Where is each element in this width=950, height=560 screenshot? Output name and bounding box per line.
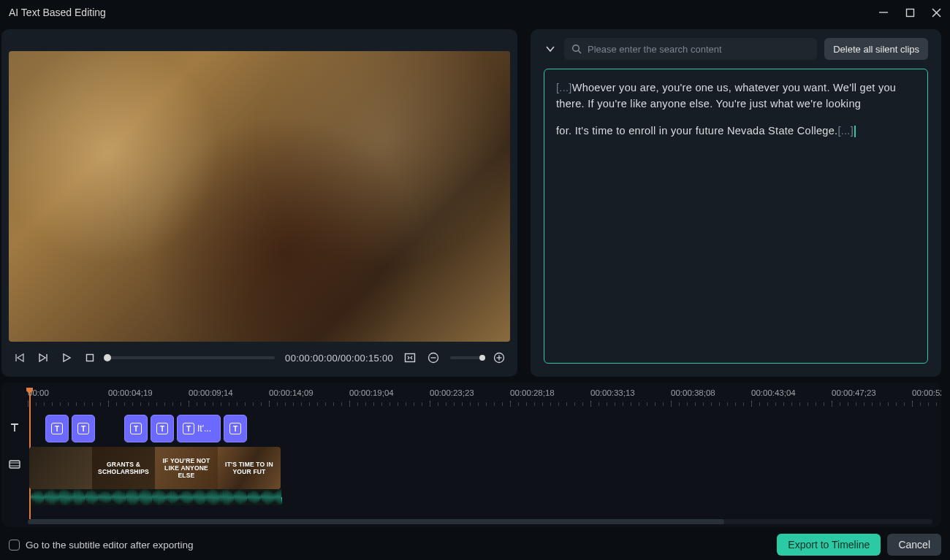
- minimize-button[interactable]: [878, 7, 889, 18]
- next-frame-button[interactable]: [37, 351, 50, 364]
- timeline-ruler[interactable]: 00:0000:00:04;1900:00:09;1400:00:14;0900…: [28, 388, 941, 412]
- transcript-text[interactable]: for. It's time to enroll in your future …: [556, 125, 837, 137]
- svg-rect-9: [87, 355, 94, 361]
- text-clip-icon: T: [130, 423, 142, 434]
- text-cursor: [854, 126, 856, 137]
- svg-marker-8: [64, 354, 70, 361]
- ruler-tick: 00:00:33;13: [590, 388, 635, 397]
- svg-point-16: [573, 45, 580, 52]
- text-clip-icon: T: [51, 423, 63, 434]
- svg-marker-6: [39, 354, 45, 361]
- audio-waveform[interactable]: [31, 489, 282, 505]
- checkbox-label: Go to the subtitle editor after exportin…: [26, 540, 194, 551]
- player-controls: 00:00:00:00/00:00:15:00: [1, 342, 517, 374]
- ruler-tick: 00:00:19;04: [349, 388, 394, 397]
- text-clip[interactable]: TIt'...: [177, 415, 221, 442]
- ruler-tick: 00:00:04;19: [108, 388, 153, 397]
- close-button[interactable]: [931, 7, 941, 18]
- search-field[interactable]: [564, 38, 817, 60]
- title-bar: AI Text Based Editing: [0, 0, 950, 25]
- timeline-scrollbar[interactable]: [28, 519, 932, 524]
- video-thumbnail: IT'S TIME TO IN YOUR FUT: [218, 447, 281, 489]
- timecode-display: 00:00:00:00/00:00:15:00: [285, 353, 393, 364]
- video-track: 15 second video GRANTS & SCHOLARSHIPS IF…: [28, 447, 941, 489]
- window-title: AI Text Based Editing: [9, 7, 106, 18]
- ruler-tick: 00:00:14;09: [269, 388, 314, 397]
- video-thumbnail: [29, 447, 92, 489]
- prev-frame-button[interactable]: [13, 351, 26, 364]
- subtitle-editor-checkbox[interactable]: [9, 540, 20, 551]
- fullscreen-button[interactable]: [403, 351, 417, 364]
- transcript-text-area[interactable]: [...]Whoever you are, you're one us, wha…: [544, 69, 928, 364]
- video-track-icon: [1, 459, 28, 470]
- delete-silent-clips-button[interactable]: Delete all silent clips: [824, 38, 928, 60]
- svg-marker-5: [18, 354, 23, 361]
- text-clip-icon: T: [229, 423, 241, 434]
- text-clip-icon: T: [183, 423, 194, 434]
- svg-rect-18: [10, 461, 20, 468]
- text-clip[interactable]: T: [72, 415, 95, 442]
- zoom-slider[interactable]: [450, 356, 482, 359]
- transcript-panel: Delete all silent clips [...]Whoever you…: [531, 29, 941, 377]
- export-to-timeline-button[interactable]: Export to Timeline: [777, 534, 881, 556]
- cancel-button[interactable]: Cancel: [887, 534, 941, 556]
- ruler-tick: 00:00:23;23: [430, 388, 474, 397]
- video-clip[interactable]: 15 second video GRANTS & SCHOLARSHIPS IF…: [29, 447, 281, 489]
- silence-marker: [...]: [556, 82, 572, 93]
- text-track-icon: [1, 422, 28, 434]
- ruler-tick: 00:00:38;08: [671, 388, 715, 397]
- search-icon: [571, 44, 582, 54]
- maximize-button[interactable]: [905, 7, 915, 18]
- transcript-text[interactable]: Whoever you are, you're one us, whatever…: [556, 82, 896, 110]
- text-clip-label: It'...: [197, 423, 211, 434]
- collapse-button[interactable]: [544, 42, 557, 55]
- search-input[interactable]: [588, 44, 810, 55]
- ruler-tick: 00:00:43;04: [751, 388, 796, 397]
- ruler-tick: 00:00:52;1: [912, 388, 941, 397]
- text-track: TTTTTIt'...T: [28, 415, 941, 442]
- preview-panel: 00:00:00:00/00:00:15:00: [1, 29, 517, 377]
- footer: Go to the subtitle editor after exportin…: [0, 533, 950, 556]
- text-clip[interactable]: T: [151, 415, 174, 442]
- video-thumbnail: GRANTS & SCHOLARSHIPS: [92, 447, 155, 489]
- silence-marker: [...]: [837, 125, 854, 137]
- video-preview[interactable]: [9, 51, 510, 342]
- text-clip-icon: T: [77, 423, 89, 434]
- text-clip[interactable]: T: [224, 415, 247, 442]
- svg-line-17: [579, 51, 582, 54]
- progress-slider[interactable]: [107, 356, 275, 359]
- stop-button[interactable]: [83, 351, 96, 364]
- zoom-out-button[interactable]: [427, 351, 440, 364]
- zoom-in-button[interactable]: [493, 351, 506, 364]
- svg-rect-10: [406, 354, 415, 362]
- text-clip-icon: T: [156, 423, 168, 434]
- ruler-tick: 00:00:28;18: [510, 388, 555, 397]
- svg-rect-1: [906, 9, 913, 16]
- timeline-panel: 00:0000:00:04;1900:00:09;1400:00:14;0900…: [1, 383, 941, 527]
- text-clip[interactable]: T: [45, 415, 69, 442]
- video-thumbnail: IF YOU'RE NOT LIKE ANYONE ELSE: [155, 447, 218, 489]
- ruler-tick: 00:00:47;23: [832, 388, 876, 397]
- text-clip[interactable]: T: [124, 415, 148, 442]
- ruler-tick: 00:00:09;14: [189, 388, 233, 397]
- play-button[interactable]: [60, 351, 73, 364]
